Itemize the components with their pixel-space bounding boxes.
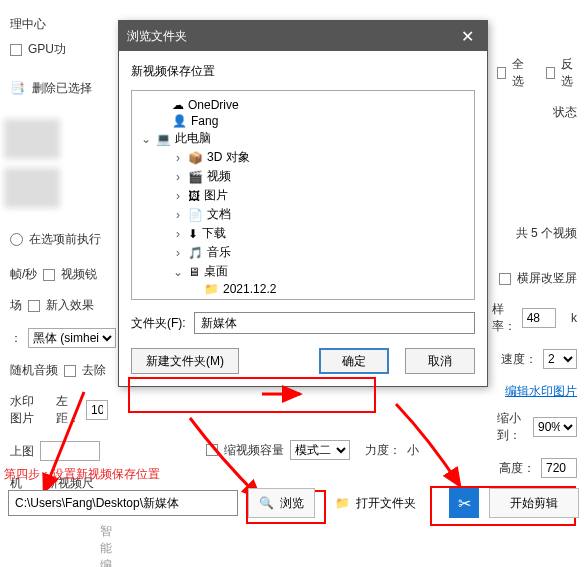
left-dist-label: 左距： bbox=[56, 393, 80, 427]
compress-checkbox[interactable] bbox=[206, 444, 218, 456]
folder-open-icon: 📁 bbox=[335, 496, 350, 510]
select-all-checkbox[interactable] bbox=[497, 67, 506, 79]
mode-select[interactable]: 模式二 bbox=[290, 440, 350, 460]
folder-field-label: 文件夹(F): bbox=[131, 315, 186, 332]
top-img-input[interactable] bbox=[40, 441, 100, 461]
gpu-label: GPU功 bbox=[28, 41, 66, 58]
gpu-checkbox[interactable] bbox=[10, 44, 22, 56]
delete-icon: 📑 bbox=[10, 81, 26, 97]
fps-label: 帧/秒 bbox=[10, 266, 37, 283]
new-effect-label: 新入效果 bbox=[46, 297, 94, 314]
browse-button[interactable]: 🔍浏览 bbox=[248, 488, 315, 518]
tree-item[interactable]: ›🖼图片 bbox=[136, 186, 470, 205]
status-label: 状态 bbox=[553, 104, 577, 121]
remove-label: 去除 bbox=[82, 362, 106, 379]
landscape-label: 横屏改竖屏 bbox=[517, 270, 577, 287]
strength-label: 力度： bbox=[365, 442, 401, 459]
watermark-img-label: 水印图片 bbox=[10, 393, 41, 427]
top-img-label: 上图 bbox=[10, 443, 34, 460]
random-audio-label: 随机音频 bbox=[10, 362, 58, 379]
dialog-subtitle: 新视频保存位置 bbox=[131, 63, 475, 80]
invert-checkbox[interactable] bbox=[546, 67, 555, 79]
open-folder-label: 打开文件夹 bbox=[356, 495, 416, 512]
shrink-select[interactable]: 90% bbox=[533, 417, 577, 437]
ok-button[interactable]: 确定 bbox=[319, 348, 389, 374]
new-folder-button[interactable]: 新建文件夹(M) bbox=[131, 348, 239, 374]
height-label: 高度： bbox=[499, 460, 535, 477]
select-all-label: 全选 bbox=[512, 56, 528, 90]
open-folder-button[interactable]: 📁打开文件夹 bbox=[325, 488, 426, 518]
new-effect-checkbox[interactable] bbox=[28, 300, 40, 312]
tree-item[interactable]: ›🎬视频 bbox=[136, 167, 470, 186]
start-cut-button[interactable]: 开始剪辑 bbox=[489, 488, 579, 518]
mgmt-center-label: 理中心 bbox=[10, 16, 46, 33]
font-select[interactable]: 黑体 (simhei) bbox=[28, 328, 116, 348]
height-input[interactable] bbox=[541, 458, 577, 478]
tree-item[interactable]: ›📦3D 对象 bbox=[136, 148, 470, 167]
run-before-label: 在选项前执行 bbox=[29, 231, 101, 248]
scissors-icon[interactable]: ✂ bbox=[449, 488, 479, 518]
run-before-radio[interactable] bbox=[10, 233, 23, 246]
strength-value: 小 bbox=[407, 442, 419, 459]
step4-caption: 第四步：设置新视频保存位置 bbox=[4, 466, 160, 483]
save-path-input[interactable] bbox=[8, 490, 238, 516]
dialog-titlebar: 浏览文件夹 ✕ bbox=[119, 21, 487, 51]
speed-label: 速度： bbox=[501, 351, 537, 368]
tree-item[interactable]: ⌄💻此电脑 bbox=[136, 129, 470, 148]
landscape-checkbox[interactable] bbox=[499, 273, 511, 285]
folder-name-input[interactable] bbox=[194, 312, 475, 334]
tree-item[interactable]: ›⬇下载 bbox=[136, 224, 470, 243]
speed-select[interactable]: 2 bbox=[543, 349, 577, 369]
tree-item[interactable]: ›🎵音乐 bbox=[136, 243, 470, 262]
left-dist-input[interactable] bbox=[86, 400, 108, 420]
video-sharp-checkbox[interactable] bbox=[43, 269, 55, 281]
tree-item[interactable]: 📁2021.12.2 bbox=[136, 281, 470, 297]
delete-selected-label[interactable]: 删除已选择 bbox=[32, 80, 92, 97]
tree-item[interactable]: ☁OneDrive bbox=[136, 97, 470, 113]
dialog-title: 浏览文件夹 bbox=[127, 28, 187, 45]
folder-search-icon: 🔍 bbox=[259, 496, 274, 510]
count-text: 共 5 个视频 bbox=[516, 225, 577, 242]
compress-label: 缩视频容量 bbox=[224, 442, 284, 459]
edit-watermark-label[interactable]: 编辑水印图片 bbox=[505, 383, 577, 400]
tree-item[interactable]: ›📄文档 bbox=[136, 205, 470, 224]
sample-rate-unit: k bbox=[571, 311, 577, 325]
tree-item[interactable]: 👤Fang bbox=[136, 113, 470, 129]
browse-folder-dialog: 浏览文件夹 ✕ 新视频保存位置 ☁OneDrive👤Fang⌄💻此电脑›📦3D … bbox=[118, 20, 488, 387]
remove-checkbox[interactable] bbox=[64, 365, 76, 377]
thumbnail-blur bbox=[4, 119, 60, 159]
thumbnail-blur-2 bbox=[4, 168, 60, 208]
font-prefix: ： bbox=[10, 330, 22, 347]
smart-crop-label: 智能编辑裁切区域 bbox=[100, 523, 112, 567]
shrink-to-label: 缩小到： bbox=[497, 410, 527, 444]
invert-label: 反选 bbox=[561, 56, 577, 90]
folder-tree[interactable]: ☁OneDrive👤Fang⌄💻此电脑›📦3D 对象›🎬视频›🖼图片›📄文档›⬇… bbox=[131, 90, 475, 300]
browse-button-label: 浏览 bbox=[280, 495, 304, 512]
tree-item[interactable]: ⌄🖥桌面 bbox=[136, 262, 470, 281]
video-sharp-label: 视频锐 bbox=[61, 266, 97, 283]
cancel-button[interactable]: 取消 bbox=[405, 348, 475, 374]
field-label: 场 bbox=[10, 297, 22, 314]
start-cut-label: 开始剪辑 bbox=[510, 495, 558, 512]
close-icon[interactable]: ✕ bbox=[455, 24, 479, 48]
sample-rate-label: 样率： bbox=[492, 301, 516, 335]
sample-rate-input[interactable] bbox=[522, 308, 556, 328]
